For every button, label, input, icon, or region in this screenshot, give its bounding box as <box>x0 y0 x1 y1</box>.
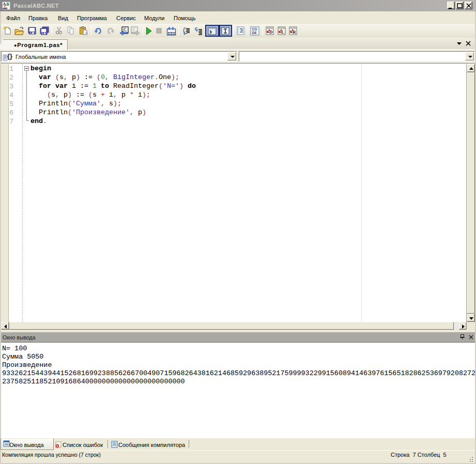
svg-text:DE: DE <box>252 31 257 35</box>
svg-text:CO: CO <box>252 27 257 31</box>
svg-text:net: net <box>3 6 8 10</box>
svg-text:R: R <box>293 29 296 35</box>
svg-text:D: D <box>269 29 273 35</box>
